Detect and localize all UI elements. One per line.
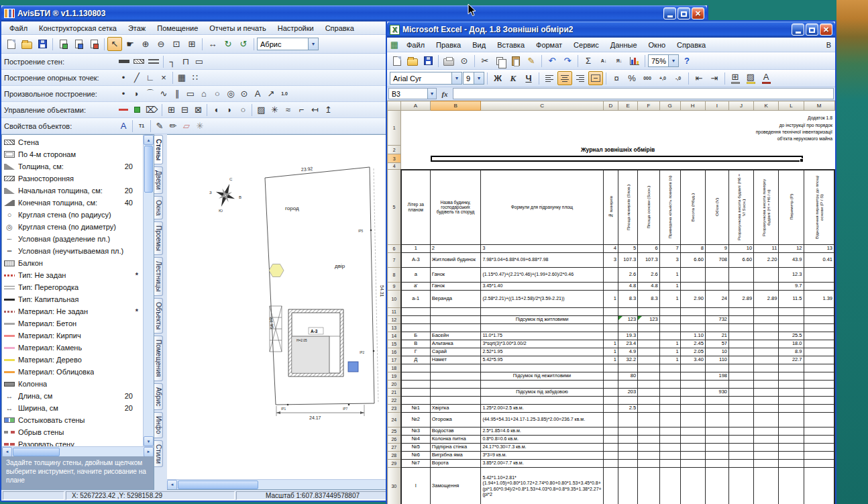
cell[interactable]: 4 xyxy=(603,245,618,253)
cell[interactable] xyxy=(618,444,638,452)
cell[interactable] xyxy=(729,389,754,397)
cell[interactable]: Підпірна стінка xyxy=(430,444,481,452)
cell[interactable]: 3.45*1.40 xyxy=(481,283,603,291)
cell[interactable] xyxy=(779,427,804,436)
dim-horizontal-button[interactable]: ↤ xyxy=(308,103,321,116)
cell[interactable] xyxy=(603,436,618,444)
cell[interactable] xyxy=(754,268,779,283)
cell[interactable] xyxy=(754,324,779,332)
cell[interactable]: 10 xyxy=(705,348,728,356)
cell[interactable] xyxy=(729,332,754,340)
row-header-28[interactable]: 28 xyxy=(388,452,401,460)
cell[interactable] xyxy=(705,405,728,413)
free-spline-button[interactable]: ∿ xyxy=(157,87,170,100)
bold-button[interactable]: Ж xyxy=(490,71,505,85)
cell[interactable] xyxy=(754,468,779,504)
cell[interactable] xyxy=(754,332,779,340)
column-header-K[interactable]: K xyxy=(754,101,779,111)
fill-color-button[interactable]: ▨ xyxy=(743,71,758,85)
excel-menu-Сервис[interactable]: Сервис xyxy=(568,39,604,51)
cell[interactable] xyxy=(603,308,618,316)
cell[interactable] xyxy=(638,427,660,436)
cell[interactable] xyxy=(603,324,618,332)
font-name-combo[interactable]: Arial Cyr▾ xyxy=(390,72,462,85)
cell[interactable]: 57 xyxy=(705,340,728,348)
cell[interactable]: 19.3 xyxy=(618,332,638,340)
cell[interactable] xyxy=(705,444,728,452)
cell[interactable] xyxy=(779,364,804,372)
panel-horizontal-scrollbar[interactable]: ◄ ► xyxy=(2,446,154,456)
panel-item[interactable]: Обрыв стены xyxy=(2,426,143,438)
cell[interactable]: (2.58*2.21)+((1.15+2.58)/2*(3.59-2.21)) xyxy=(481,291,603,308)
cell[interactable] xyxy=(430,381,481,389)
cell[interactable]: 1 xyxy=(659,348,680,356)
panel-item[interactable]: Стена xyxy=(2,136,143,148)
cell[interactable] xyxy=(779,308,804,316)
cell[interactable] xyxy=(729,372,754,381)
cell[interactable]: 11 xyxy=(754,245,779,253)
cell[interactable] xyxy=(705,364,728,372)
cell[interactable] xyxy=(754,444,779,452)
free-sector-button[interactable]: ◗ xyxy=(130,87,144,100)
cell[interactable] xyxy=(430,364,481,372)
cell[interactable]: 7.98*3.04+6.88*4.09+6.88*7.98 xyxy=(481,253,603,268)
maximize-button[interactable] xyxy=(677,7,690,19)
scroll-down-button[interactable]: ▼ xyxy=(144,436,154,446)
column-header-F[interactable]: F xyxy=(638,101,660,111)
cell[interactable]: 1.25*2.00=2.5 кв.м. xyxy=(481,405,603,413)
cell[interactable]: 107.3 xyxy=(618,253,638,268)
panel-item[interactable]: Материал: Облицовка xyxy=(2,366,143,378)
align-left-button[interactable] xyxy=(542,71,557,85)
cell[interactable] xyxy=(680,436,705,444)
cell[interactable]: 24.17*0.30=7.3 кв.м. xyxy=(481,444,603,452)
cell[interactable] xyxy=(754,364,779,372)
decrease-decimal-button[interactable]: -,0 xyxy=(671,71,686,85)
row-header-6[interactable]: 6 xyxy=(388,245,401,253)
cell[interactable] xyxy=(804,460,834,468)
cell[interactable] xyxy=(659,413,680,427)
cell[interactable] xyxy=(638,372,660,381)
table-header-cell[interactable]: Розрахункова висота поверху будівлі (Н =… xyxy=(754,170,779,245)
refresh-tool-button[interactable]: ↺ xyxy=(236,37,251,51)
table-header-cell[interactable]: Літер за планом xyxy=(401,170,431,245)
cell[interactable] xyxy=(430,308,481,316)
cell[interactable]: Ганок xyxy=(430,268,481,283)
minimize-button[interactable] xyxy=(663,7,676,19)
cell[interactable]: №6 xyxy=(401,452,431,460)
cell[interactable]: Вигрібна яма xyxy=(430,452,481,460)
cell[interactable] xyxy=(430,397,481,405)
cell[interactable]: 6.60 xyxy=(729,253,754,268)
cell[interactable] xyxy=(680,364,705,372)
cell[interactable]: 1 xyxy=(659,340,680,348)
point-line-button[interactable]: ╱ xyxy=(130,71,144,84)
circle-tool-button[interactable]: ○ xyxy=(236,103,250,116)
cell[interactable] xyxy=(401,163,834,170)
row-header-26[interactable]: 26 xyxy=(388,436,401,444)
save-button[interactable] xyxy=(421,54,435,68)
cell[interactable] xyxy=(638,381,660,389)
cell[interactable] xyxy=(659,372,680,381)
zoom-combo-dropdown-arrow[interactable]: ▾ xyxy=(668,55,678,66)
cell[interactable]: 2 xyxy=(430,245,481,253)
panel-item[interactable]: По 4-м сторонам xyxy=(2,148,143,160)
cell[interactable] xyxy=(779,372,804,381)
cell[interactable] xyxy=(680,427,705,436)
report-blue-button[interactable] xyxy=(71,37,86,51)
cell[interactable]: №3 xyxy=(401,427,431,436)
cell[interactable] xyxy=(804,364,834,372)
cell[interactable]: 12 xyxy=(779,245,804,253)
cell[interactable] xyxy=(680,283,705,291)
excel-menu-Правка[interactable]: Правка xyxy=(431,39,466,51)
cell[interactable] xyxy=(779,324,804,332)
cell[interactable] xyxy=(430,316,481,324)
cell[interactable] xyxy=(779,389,804,397)
table-header-cell[interactable]: № поверхів xyxy=(603,170,618,245)
cell[interactable] xyxy=(638,444,660,452)
free-circle-3-button[interactable]: ⊙ xyxy=(237,87,251,100)
chart-wizard-button[interactable] xyxy=(627,54,642,68)
table-header-cell[interactable]: Висота (Нбуд.) xyxy=(680,170,705,245)
cell[interactable] xyxy=(705,381,728,389)
cell[interactable] xyxy=(401,381,431,389)
cell[interactable]: Ворота xyxy=(430,460,481,468)
cell[interactable] xyxy=(804,324,834,332)
